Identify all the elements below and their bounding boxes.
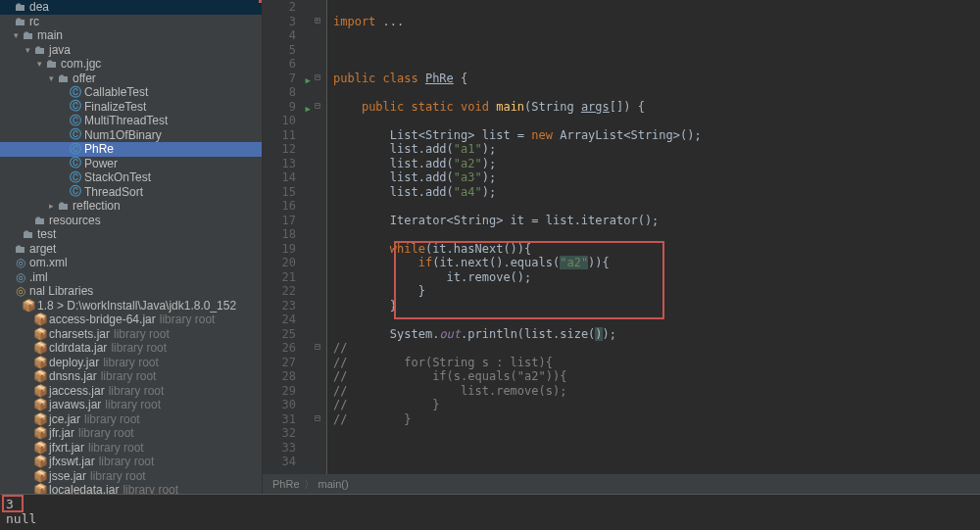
tree-item[interactable]: 📦javaws.jarlibrary root [0,398,262,412]
jar-icon: 📦 [33,483,47,494]
fold-toggle-icon[interactable]: ⊞ [315,15,320,25]
folder-icon: 🖿 [33,214,47,227]
tree-item[interactable]: ◎om.xml [0,256,262,270]
tree-item[interactable]: ⒸStackOnTest [0,170,262,185]
tree-item-label: reflection [73,199,121,213]
tree-item[interactable]: 🖿rc [0,15,262,29]
tree-item[interactable]: ▾🖿com.jgc [0,57,262,72]
tree-item-label: resources [49,214,101,227]
tree-item-label: javaws.jar [49,398,101,411]
tree-item[interactable]: ⒸPhRe [0,142,262,157]
tree-item-label: jaccess.jar [49,384,105,398]
fold-toggle-icon[interactable]: ⊟ [315,72,320,82]
tree-item-label: access-bridge-64.jar [49,313,156,326]
tree-item[interactable]: 📦jfxswt.jarlibrary root [0,455,262,469]
jar-icon: 📦 [33,426,47,440]
breadcrumbs[interactable]: PhRe 〉 main() [263,474,980,494]
library-note: library root [103,356,159,369]
lib-icon: ◎ [14,284,27,298]
expand-arrow-icon[interactable]: ▾ [47,73,55,83]
line-number: 18 [263,227,314,242]
tree-item[interactable]: ▾🖿java [0,43,262,58]
tree-item[interactable]: ⒸCallableTest [0,85,262,100]
tree-item[interactable]: ⒸFinalizeTest [0,100,262,115]
tree-item[interactable]: 🖿resources [0,214,262,228]
tree-item[interactable]: ▾🖿main [0,28,262,43]
package-icon: 🖿 [57,199,71,213]
line-number: 3 [263,15,314,29]
tree-item[interactable]: 📦cldrdata.jarlibrary root [0,341,262,356]
tree-item[interactable]: 📦jaccess.jarlibrary root [0,384,262,399]
expand-arrow-icon[interactable]: ▾ [12,30,20,40]
tree-item[interactable]: 📦jce.jarlibrary root [0,412,262,427]
project-tree[interactable]: 🖿dea🖿rc▾🖿main▾🖿java▾🖿com.jgc▾🖿offerⒸCall… [0,0,263,494]
fold-toggle-icon[interactable]: ⊟ [315,100,320,111]
tree-item[interactable]: 📦jfr.jarlibrary root [0,426,262,441]
tree-item[interactable]: ⒸMultiThreadTest [0,114,262,128]
tree-item-label: dea [29,0,49,14]
line-number: 21 [263,270,314,285]
tree-item-label: jfr.jar [49,426,74,440]
jar-icon: 📦 [33,412,47,426]
line-number: 20 [263,256,314,270]
tree-item[interactable]: 📦jfxrt.jarlibrary root [0,441,262,456]
expand-arrow-icon[interactable]: ▸ [47,201,55,211]
line-number: 33 [263,441,314,456]
jar-icon: 📦 [33,356,47,369]
tree-item[interactable]: 📦jsse.jarlibrary root [0,469,262,484]
line-number: 17 [263,214,314,228]
jar-icon: 📦 [33,341,47,355]
tree-item-label: cldrdata.jar [49,341,107,355]
jar-icon: 📦 [22,299,35,313]
jar-icon: 📦 [33,384,47,398]
breadcrumb-method[interactable]: main() [318,478,349,490]
tree-item[interactable]: 📦charsets.jarlibrary root [0,327,262,342]
tree-item-label: om.xml [29,256,68,269]
expand-arrow-icon[interactable]: ▾ [35,59,43,69]
tree-item[interactable]: ▾🖿offer [0,72,262,86]
fold-toggle-icon[interactable]: ⊟ [315,412,320,423]
tree-item[interactable]: 📦1.8 > D:\workInstall\Java\jdk1.8.0_152 [0,299,262,313]
tree-item-label: dnsns.jar [49,369,97,383]
tree-item[interactable]: 📦access-bridge-64.jarlibrary root [0,313,262,327]
library-note: library root [84,412,140,426]
tree-item[interactable]: ▸🖿reflection [0,199,262,214]
line-number: 22 [263,284,314,299]
console-output[interactable]: 3 null [0,495,980,530]
tree-item-label: jsse.jar [49,469,86,483]
line-number: 24 [263,313,314,327]
folder-icon: 🖿 [14,15,27,28]
tree-item[interactable]: ⒸNum1OfBinary [0,128,262,143]
fold-column[interactable]: ⊞⊟⊟⊟⊟ [314,0,327,494]
line-number: 16 [263,199,314,214]
tree-item[interactable]: 📦localedata.jarlibrary root [0,483,262,494]
folder-icon: 🖿 [22,227,35,241]
code-content[interactable]: import ... public class PhRe { public st… [327,0,980,494]
tree-item[interactable]: ⒸThreadSort [0,185,262,200]
tree-item-label: jfxrt.jar [49,441,84,455]
expand-arrow-icon[interactable]: ▾ [24,45,31,55]
package-icon: 🖿 [45,57,59,71]
tree-item[interactable]: ⒸPower [0,157,262,171]
tree-item-label: CallableTest [84,85,148,99]
tree-item-label: nal Libraries [29,284,93,298]
tree-item[interactable]: 📦deploy.jarlibrary root [0,356,262,370]
tree-item[interactable]: ◎.iml [0,270,262,285]
line-number: 8 [263,85,314,100]
tree-item-label: StackOnTest [84,170,151,184]
tree-item-label: localedata.jar [49,483,119,494]
library-note: library root [99,455,155,468]
tree-item[interactable]: 🖿dea [0,0,262,15]
line-number: 29 [263,384,314,399]
jar-icon: 📦 [33,369,47,383]
line-number: 6 [263,57,314,72]
code-editor[interactable]: 234567▶89▶101112131415161718192021222324… [263,0,980,494]
tree-item[interactable]: 📦dnsns.jarlibrary root [0,369,262,384]
tree-item[interactable]: 🖿arget [0,242,262,257]
fold-toggle-icon[interactable]: ⊟ [315,341,320,352]
library-note: library root [160,313,216,326]
tree-item-label: Num1OfBinary [84,128,162,142]
breadcrumb-class[interactable]: PhRe [272,478,300,490]
tree-item[interactable]: 🖿test [0,227,262,242]
tree-item[interactable]: ◎nal Libraries [0,284,262,299]
